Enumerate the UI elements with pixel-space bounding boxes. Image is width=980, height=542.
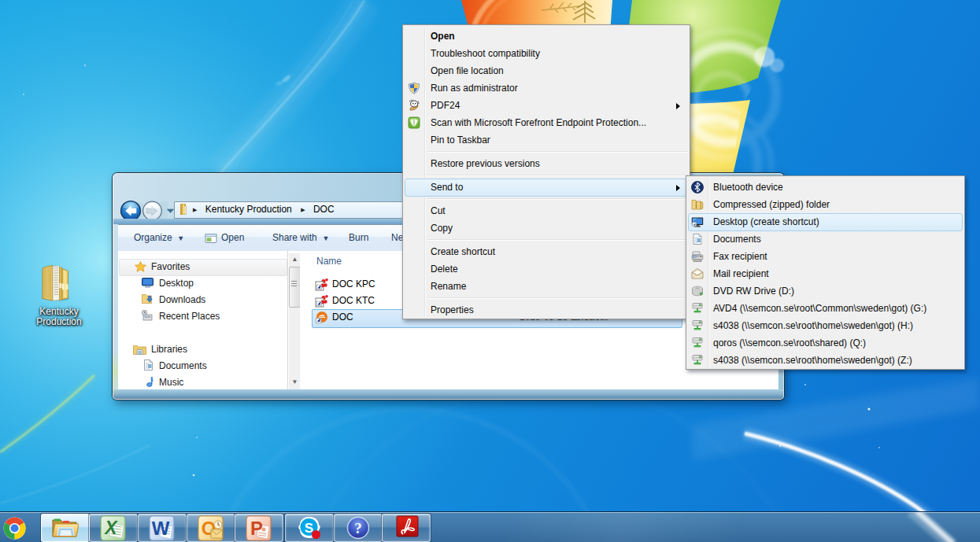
svg-text:P: P <box>250 518 263 539</box>
svg-text:W: W <box>152 518 170 539</box>
svg-text:X: X <box>103 518 118 538</box>
svg-text:?: ? <box>354 520 362 536</box>
